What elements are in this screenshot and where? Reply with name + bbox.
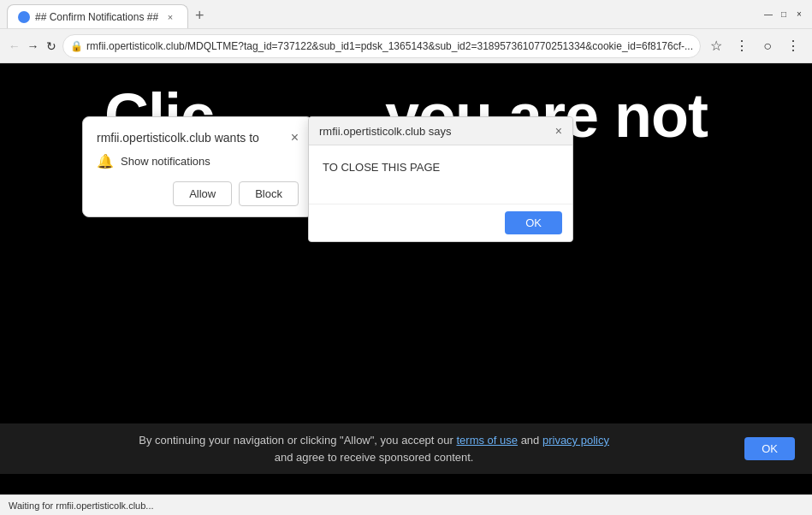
lock-icon: 🔒 — [70, 40, 83, 52]
site-dialog: rmfii.opertisticolk.club says × TO CLOSE… — [308, 116, 573, 242]
reload-button[interactable]: ↻ — [44, 34, 59, 58]
status-bar: Waiting for rmfii.opertisticolk.club... — [0, 494, 812, 515]
tab-close-icon[interactable]: × — [163, 10, 177, 24]
permission-dialog: rmfii.opertisticolk.club wants to × 🔔 Sh… — [82, 116, 313, 217]
account-icon[interactable]: ○ — [756, 34, 779, 58]
window-controls: — □ × — [762, 9, 805, 21]
site-dialog-body: TO CLOSE THIS PAGE — [309, 145, 572, 204]
tab-title: ## Confirm Notifications ## — [35, 11, 158, 23]
bottom-notification-bar: By continuing your navigation or clickin… — [0, 423, 812, 474]
page-content: Clicyou are not rmfii.opertisticolk.club… — [0, 63, 812, 494]
block-button[interactable]: Block — [239, 181, 299, 206]
status-text: Waiting for rmfii.opertisticolk.club... — [9, 500, 154, 511]
extensions-icon[interactable]: ⋮ — [730, 34, 754, 58]
terms-of-use-link[interactable]: terms of use — [456, 434, 518, 447]
minimize-button[interactable]: — — [762, 9, 774, 21]
site-dialog-header: rmfii.opertisticolk.club says × — [309, 117, 572, 145]
back-button[interactable]: ← — [7, 34, 22, 58]
bottom-text-between: and — [518, 434, 542, 447]
menu-icon[interactable]: ⋮ — [781, 34, 805, 58]
site-dialog-title: rmfii.opertisticolk.club says — [319, 125, 452, 138]
active-tab[interactable]: ## Confirm Notifications ## × — [7, 4, 188, 28]
site-dialog-footer: OK — [309, 204, 572, 241]
bottom-text-after: and agree to receive sponsored content. — [275, 451, 474, 464]
bookmark-icon[interactable]: ☆ — [704, 34, 728, 58]
permission-dialog-close-icon[interactable]: × — [291, 131, 299, 145]
site-dialog-close-icon[interactable]: × — [555, 124, 562, 138]
bottom-bar-text: By continuing your navigation or clickin… — [17, 432, 731, 465]
tab-area: ## Confirm Notifications ## × + — [7, 0, 756, 28]
new-tab-button[interactable]: + — [192, 3, 208, 28]
title-bar: ## Confirm Notifications ## × + — □ × — [0, 0, 812, 29]
notification-label: Show notifications — [121, 155, 210, 168]
bottom-text-before-tos: By continuing your navigation or clickin… — [139, 434, 456, 447]
site-dialog-message: TO CLOSE THIS PAGE — [323, 159, 559, 176]
restore-button[interactable]: □ — [778, 9, 790, 21]
privacy-policy-link[interactable]: privacy policy — [542, 434, 609, 447]
nav-right-icons: ☆ ⋮ ○ ⋮ — [704, 34, 805, 58]
permission-dialog-buttons: Allow Block — [97, 181, 299, 206]
browser-window: ## Confirm Notifications ## × + — □ × ← … — [0, 0, 812, 515]
nav-bar: ← → ↻ 🔒 rmfii.opertisticolk.club/MDQLTME… — [0, 29, 812, 63]
permission-dialog-title: rmfii.opertisticolk.club wants to — [97, 131, 259, 145]
address-bar[interactable]: 🔒 rmfii.opertisticolk.club/MDQLTME?tag_i… — [62, 34, 701, 58]
permission-dialog-header: rmfii.opertisticolk.club wants to × — [97, 131, 299, 145]
forward-button[interactable]: → — [26, 34, 41, 58]
bell-icon: 🔔 — [97, 153, 114, 169]
site-dialog-ok-button[interactable]: OK — [505, 211, 562, 234]
bottom-bar-ok-button[interactable]: OK — [744, 437, 795, 460]
tab-favicon — [18, 11, 30, 23]
allow-button[interactable]: Allow — [173, 181, 232, 206]
address-text: rmfii.opertisticolk.club/MDQLTME?tag_id=… — [86, 40, 693, 52]
permission-dialog-row: 🔔 Show notifications — [97, 153, 299, 169]
close-button[interactable]: × — [793, 9, 805, 21]
